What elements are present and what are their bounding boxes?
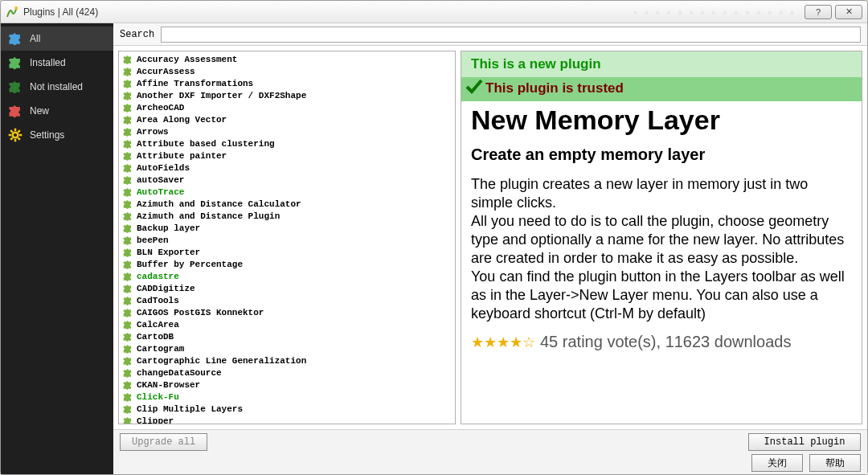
sidebar-item-installed[interactable]: Installed	[1, 51, 113, 75]
plugin-name: CalcArea	[137, 320, 179, 330]
puzzle-icon	[122, 367, 133, 379]
plugin-name: CADDigitize	[137, 284, 195, 293]
plugin-name: beePen	[137, 235, 169, 245]
plugin-subtitle: Create an empty memory layer	[461, 142, 862, 172]
puzzle-icon	[122, 283, 133, 294]
svg-line-7	[18, 137, 20, 140]
plugin-list-item[interactable]: CKAN-Browser	[119, 379, 455, 391]
sidebar-item-label: Settings	[30, 129, 64, 141]
plugin-list-item[interactable]: Arrows	[119, 125, 455, 137]
search-label: Search	[120, 29, 154, 40]
puzzle-icon	[122, 199, 133, 210]
plugin-name: Cartogram	[137, 344, 184, 354]
svg-point-0	[14, 6, 18, 10]
new-plugin-banner: This is a new plugin	[461, 51, 862, 77]
plugin-list-item[interactable]: Buffer by Percentage	[119, 258, 455, 270]
plugin-name: Azimuth and Distance Plugin	[137, 211, 280, 221]
plugin-name: CartoDB	[137, 332, 174, 342]
plugin-detail-panel[interactable]: This is a new plugin This plugin is trus…	[461, 51, 862, 424]
puzzle-icon	[122, 416, 133, 424]
plugin-list-item[interactable]: autoSaver	[119, 174, 455, 186]
plugin-list-item[interactable]: CalcArea	[119, 318, 455, 330]
svg-line-9	[18, 130, 20, 133]
plugin-list-item[interactable]: AutoTrace	[119, 186, 455, 198]
help-button[interactable]: 帮助	[809, 454, 861, 472]
plugin-list-item[interactable]: Click-Fu	[119, 391, 455, 403]
titlebar: Plugins | All (424) ◦◦◦◦◦◦◦◦◦◦◦◦◦◦◦ ? ✕	[1, 1, 867, 23]
plugin-list-item[interactable]: BLN Exporter	[119, 246, 455, 258]
puzzle-icon	[122, 102, 133, 113]
puzzle-icon	[122, 355, 133, 366]
puzzle-icon	[122, 343, 133, 354]
upgrade-all-button[interactable]: Upgrade all	[120, 433, 207, 451]
puzzle-icon	[122, 403, 133, 415]
puzzle-icon	[122, 114, 133, 125]
plugin-name: Buffer by Percentage	[137, 260, 243, 269]
puzzle-icon	[122, 295, 133, 306]
plugin-list-item[interactable]: Accuracy Assessment	[119, 53, 455, 65]
window-close-button[interactable]: ✕	[835, 5, 862, 19]
main-panel: Search Accuracy AssessmentAccurAssessAff…	[113, 23, 867, 474]
search-input[interactable]	[161, 27, 861, 43]
plugin-name: Cartographic Line Generalization	[137, 356, 306, 366]
puzzle-icon	[122, 271, 133, 282]
background-toolbar-ghost: ◦◦◦◦◦◦◦◦◦◦◦◦◦◦◦	[633, 6, 801, 18]
puzzle-icon	[122, 247, 133, 258]
star-rating-icon: ★★★★☆	[471, 334, 535, 351]
plugin-list-item[interactable]: Area Along Vector	[119, 113, 455, 125]
install-plugin-button[interactable]: Install plugin	[748, 433, 861, 451]
plugin-list-item[interactable]: Attribute based clustering	[119, 137, 455, 149]
puzzle-icon	[122, 211, 133, 222]
plugin-list-item[interactable]: Cartogram	[119, 342, 455, 354]
plugin-list-item[interactable]: CAIGOS PostGIS Konnektor	[119, 306, 455, 318]
plugin-list-item[interactable]: Attribute painter	[119, 149, 455, 162]
plugin-list-item[interactable]: Affine Transformations	[119, 77, 455, 89]
plugin-name: Arrows	[137, 127, 169, 137]
sidebar-item-new[interactable]: New	[1, 99, 113, 123]
plugin-list-item[interactable]: CadTools	[119, 294, 455, 306]
sidebar-item-all[interactable]: All	[1, 27, 113, 51]
plugin-name: Clip Multiple Layers	[137, 404, 243, 414]
plugin-list-item[interactable]: AutoFields	[119, 162, 455, 174]
plugin-list-item[interactable]: changeDataSource	[119, 366, 455, 379]
plugin-list-item[interactable]: Clip Multiple Layers	[119, 403, 455, 415]
plugin-list-item[interactable]: CADDigitize	[119, 282, 455, 294]
sidebar-item-settings[interactable]: Settings	[1, 123, 113, 147]
plugin-list-item[interactable]: AccurAssess	[119, 65, 455, 77]
search-row: Search	[113, 23, 867, 46]
sidebar-item-label: All	[30, 33, 40, 44]
plugin-list-item[interactable]: cadastre	[119, 270, 455, 282]
plugin-list-item[interactable]: Azimuth and Distance Plugin	[119, 210, 455, 222]
sidebar-item-label: Not installed	[30, 81, 83, 92]
plugin-list-item[interactable]: Backup layer	[119, 222, 455, 234]
plugin-list-item[interactable]: Cartographic Line Generalization	[119, 354, 455, 366]
puzzle-icon	[122, 66, 133, 77]
puzzle-icon	[122, 319, 133, 330]
plugin-list-item[interactable]: ArcheoCAD	[119, 101, 455, 113]
puzzle-icon	[122, 391, 133, 403]
plugin-name: AccurAssess	[137, 67, 195, 76]
plugin-name: Backup layer	[137, 223, 200, 233]
puzzle-icon	[122, 235, 133, 246]
plugin-list-item[interactable]: beePen	[119, 234, 455, 246]
plugin-name: Area Along Vector	[137, 115, 227, 125]
gear-icon	[7, 127, 23, 143]
puzzle-icon	[122, 54, 133, 65]
plugin-list-item[interactable]: Clipper	[119, 415, 455, 424]
plugin-list-item[interactable]: Azimuth and Distance Calculator	[119, 198, 455, 210]
rating-text: 45 rating vote(s), 11623 downloads	[540, 333, 791, 351]
plugin-name: Click-Fu	[137, 392, 179, 402]
sidebar-item-not-installed[interactable]: Not installed	[1, 75, 113, 99]
plugin-list-item[interactable]: Another DXF Importer / DXF2Shape	[119, 89, 455, 101]
puzzle-icon	[122, 259, 133, 270]
plugin-list[interactable]: Accuracy AssessmentAccurAssessAffine Tra…	[119, 51, 455, 424]
plugin-name: changeDataSource	[137, 368, 222, 378]
plugin-name: autoSaver	[137, 175, 184, 185]
close-button[interactable]: 关闭	[751, 454, 803, 472]
plugin-name: Accuracy Assessment	[137, 55, 237, 64]
window-help-button[interactable]: ?	[805, 5, 832, 19]
plugin-list-item[interactable]: CartoDB	[119, 330, 455, 342]
plugin-name: Clipper	[137, 416, 174, 424]
puzzle-icon	[122, 78, 133, 89]
puzzle-icon	[122, 90, 133, 101]
